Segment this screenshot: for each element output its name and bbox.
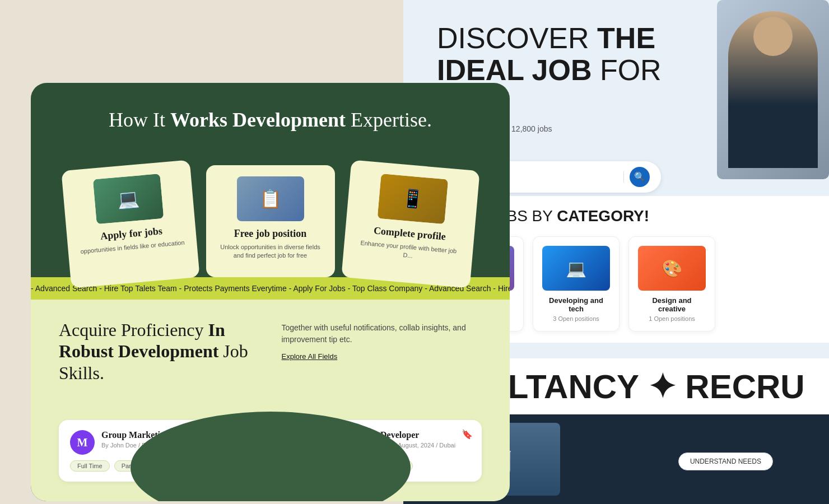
- category-title-bold: CATEGORY!: [557, 207, 649, 225]
- design-image: 🎨: [638, 246, 706, 291]
- job-1-logo: M: [70, 430, 95, 455]
- main-card: How It Works Development Expertise. 💻 Ap…: [31, 83, 510, 501]
- design-count: 1 Open positions: [638, 315, 706, 322]
- lower-title: Acquire Proficiency In Robust Developmen…: [59, 319, 259, 384]
- profile-card-title: Complete profile: [373, 225, 446, 242]
- understand-label: UNDERSTAND NEEDS: [690, 458, 761, 465]
- lower-content: Acquire Proficiency In Robust Developmen…: [31, 300, 510, 420]
- feature-card-profile: 📱 Complete profile Enhance your profile …: [341, 160, 479, 288]
- free-card-title: Free job position: [234, 228, 307, 240]
- feature-cards-row: 💻 Apply for jobs opportunities in fields…: [31, 165, 510, 277]
- lower-title-prefix: Acquire Proficiency: [59, 320, 208, 340]
- person-image: [717, 0, 829, 179]
- dev-image: 💻: [542, 246, 610, 291]
- dev-icon: 💻: [542, 246, 610, 291]
- headline-the: THE: [597, 22, 655, 54]
- title-bold: Works Development: [170, 109, 346, 131]
- headline-discover: DISCOVER: [437, 22, 597, 54]
- apply-card-image: 💻: [92, 174, 164, 224]
- free-card-image: 📋: [237, 176, 304, 221]
- explore-link[interactable]: Explore All Fields: [282, 352, 482, 361]
- lower-left: Acquire Proficiency In Robust Developmen…: [59, 319, 259, 400]
- title-suffix: Expertise.: [346, 109, 432, 131]
- design-icon: 🎨: [638, 246, 706, 291]
- lower-right: Together with useful notifications, coll…: [282, 319, 482, 400]
- person-head: [753, 17, 793, 56]
- apply-card-desc: opportunities in fields like or educatio…: [80, 239, 185, 256]
- profile-card-desc: Enhance your profile with better job D..…: [354, 239, 462, 265]
- search-icon: 🔍: [634, 171, 645, 182]
- title-prefix: How It: [109, 109, 170, 131]
- category-card-dev[interactable]: 💻 Developing andtech 3 Open positions: [533, 236, 620, 332]
- category-card-design[interactable]: 🎨 Design andcreative 1 Open positions: [628, 236, 715, 332]
- dev-count: 3 Open positions: [542, 315, 610, 322]
- headline-ideal-job: IDEAL JOB: [437, 54, 592, 86]
- profile-card-image: 📱: [377, 174, 448, 224]
- main-card-header: How It Works Development Expertise.: [31, 83, 510, 165]
- profile-icon: 📱: [377, 174, 448, 224]
- main-card-title: How It Works Development Expertise.: [64, 108, 476, 132]
- person-silhouette: [728, 11, 818, 168]
- job-1-tag-fulltime: Full Time: [70, 460, 110, 472]
- free-icon: 📋: [237, 176, 304, 221]
- feature-card-apply: 💻 Apply for jobs opportunities in fields…: [61, 160, 199, 288]
- design-label: Design andcreative: [638, 296, 706, 313]
- feature-card-free: 📋 Free job position Unlock opportunities…: [206, 165, 335, 277]
- dev-label: Developing andtech: [542, 296, 610, 313]
- apply-card-title: Apply for jobs: [100, 225, 162, 242]
- search-divider: [623, 171, 624, 183]
- understand-needs-button[interactable]: UNDERSTAND NEEDS: [678, 452, 773, 470]
- search-button[interactable]: 🔍: [630, 167, 650, 187]
- free-card-desc: Unlock opportunities in diverse fields a…: [217, 243, 324, 260]
- job-2-bookmark[interactable]: 🔖: [462, 429, 473, 440]
- apply-icon: 💻: [92, 174, 164, 224]
- lower-description: Together with useful notifications, coll…: [282, 322, 482, 346]
